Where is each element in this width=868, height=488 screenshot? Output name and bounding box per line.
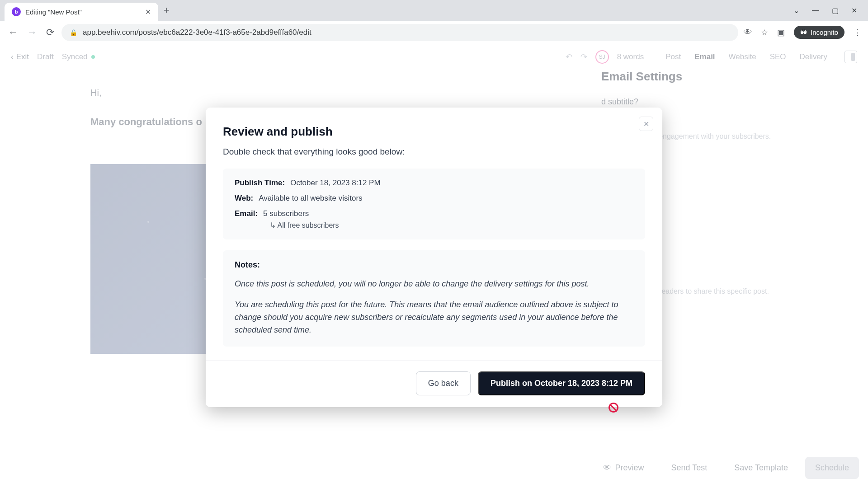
notes-box: Notes: Once this post is scheduled, you …: [223, 250, 645, 347]
publish-button[interactable]: Publish on October 18, 2023 8:12 PM: [478, 371, 645, 395]
incognito-label: Incognito: [811, 28, 838, 36]
close-icon[interactable]: ✕: [145, 8, 151, 16]
modal-subtitle: Double check that everything looks good …: [223, 147, 645, 157]
close-window-icon[interactable]: ✕: [851, 6, 857, 15]
go-back-button[interactable]: Go back: [416, 371, 471, 395]
eye-off-icon[interactable]: 👁: [744, 28, 752, 37]
browser-chrome: b Editing "New Post" ✕ + ⌄ — ▢ ✕ ← → ⟳ 🔒…: [0, 0, 868, 44]
info-row-publish-time: Publish Time: October 18, 2023 8:12 PM: [235, 178, 633, 188]
minimize-icon[interactable]: —: [812, 6, 819, 15]
bookmark-icon[interactable]: ☆: [761, 28, 768, 38]
web-value: Available to all website visitors: [259, 194, 362, 203]
tab-title: Editing "New Post": [25, 8, 141, 16]
publish-time-value: October 18, 2023 8:12 PM: [290, 178, 380, 188]
url-text: app.beehiv.com/posts/ebc6a222-3e0e-41f3-…: [83, 28, 311, 37]
notes-paragraph-1: Once this post is scheduled, you will no…: [235, 278, 633, 291]
modal-backdrop[interactable]: ✕ Review and publish Double check that e…: [0, 44, 868, 488]
modal-footer: Go back Publish on October 18, 2023 8:12…: [206, 360, 662, 395]
address-bar-row: ← → ⟳ 🔒 app.beehiv.com/posts/ebc6a222-3e…: [0, 21, 868, 44]
chevron-down-icon[interactable]: ⌄: [793, 6, 799, 15]
menu-icon[interactable]: ⋮: [854, 28, 862, 38]
notes-paragraph-2: You are scheduling this post for the fut…: [235, 299, 633, 337]
close-modal-button[interactable]: ✕: [639, 117, 653, 131]
panel-icon[interactable]: ▣: [777, 28, 785, 38]
publish-info-box: Publish Time: October 18, 2023 8:12 PM W…: [223, 169, 645, 239]
info-row-web: Web: Available to all website visitors: [235, 194, 633, 203]
toolbar-right: 👁 ☆ ▣ 🕶 Incognito ⋮: [744, 26, 862, 39]
info-row-email: Email: 5 subscribers: [235, 209, 633, 218]
new-tab-button[interactable]: +: [164, 5, 170, 16]
address-bar[interactable]: 🔒 app.beehiv.com/posts/ebc6a222-3e0e-41f…: [61, 24, 738, 41]
email-label: Email:: [235, 209, 258, 218]
window-controls: ⌄ — ▢ ✕: [793, 6, 868, 15]
back-button[interactable]: ←: [6, 25, 20, 40]
lock-icon: 🔒: [70, 29, 77, 36]
modal-title: Review and publish: [223, 125, 645, 139]
publish-time-label: Publish Time:: [235, 178, 285, 188]
web-label: Web:: [235, 194, 253, 203]
browser-tab[interactable]: b Editing "New Post" ✕: [5, 3, 158, 21]
email-sublist: ↳ All free subscribers: [270, 221, 633, 230]
review-publish-modal: ✕ Review and publish Double check that e…: [206, 108, 662, 407]
tab-bar: b Editing "New Post" ✕ + ⌄ — ▢ ✕: [0, 0, 868, 21]
notes-title: Notes:: [235, 260, 633, 270]
email-value: 5 subscribers: [263, 209, 309, 218]
reload-button[interactable]: ⟳: [44, 25, 56, 40]
maximize-icon[interactable]: ▢: [832, 6, 839, 15]
forbidden-cursor-icon: [609, 403, 618, 413]
favicon-icon: b: [12, 7, 21, 16]
incognito-badge[interactable]: 🕶 Incognito: [794, 26, 844, 39]
forward-button[interactable]: →: [25, 25, 39, 40]
incognito-icon: 🕶: [800, 28, 807, 36]
